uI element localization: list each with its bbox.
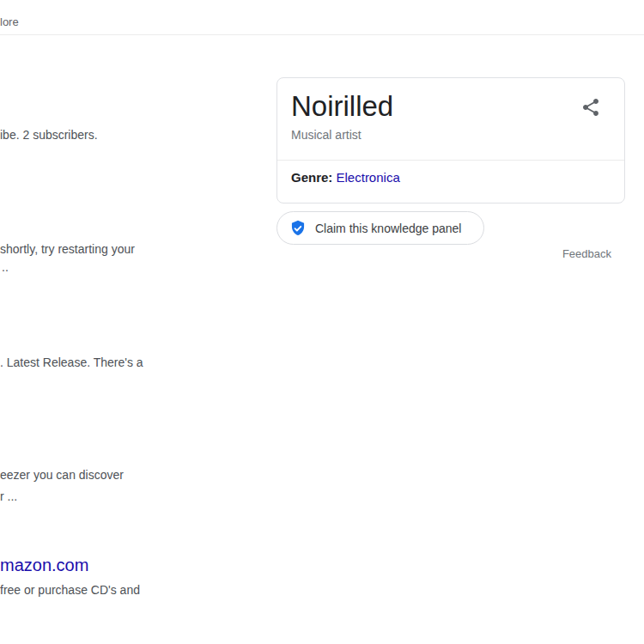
knowledge-panel: Noirilled Musical artist Genre: Electron… <box>276 77 625 204</box>
result-snippet-ellipsis: .. <box>2 258 9 276</box>
share-icon <box>580 107 601 120</box>
shield-check-icon <box>289 220 307 237</box>
result-snippet-discover: eezer you can discover <box>0 465 124 484</box>
genre-value-link[interactable]: Electronica <box>337 170 400 185</box>
claim-knowledge-panel-button[interactable]: Claim this knowledge panel <box>276 211 484 245</box>
genre-row: Genre: Electronica <box>291 169 400 186</box>
result-snippet-purchase: free or purchase CD's and <box>0 580 140 599</box>
knowledge-panel-divider <box>277 160 624 161</box>
result-snippet-latest-release: . Latest Release. There's a <box>0 353 143 372</box>
knowledge-panel-subtitle: Musical artist <box>291 127 361 143</box>
knowledge-panel-title: Noirilled <box>291 89 393 124</box>
result-snippet-discover-ellipsis: r ... <box>0 487 17 506</box>
genre-label: Genre: <box>291 170 332 185</box>
result-snippet-subscribers: ibe. 2 subscribers. <box>0 125 98 144</box>
more-tab-fragment[interactable]: lore <box>0 14 19 31</box>
claim-button-label: Claim this knowledge panel <box>315 222 461 235</box>
result-snippet-restarting: shortly, try restarting your <box>0 240 135 258</box>
result-title-link-amazon[interactable]: mazon.com <box>0 554 88 576</box>
share-button[interactable] <box>580 97 602 119</box>
tab-bar-divider <box>0 34 644 35</box>
feedback-link[interactable]: Feedback <box>562 247 611 261</box>
